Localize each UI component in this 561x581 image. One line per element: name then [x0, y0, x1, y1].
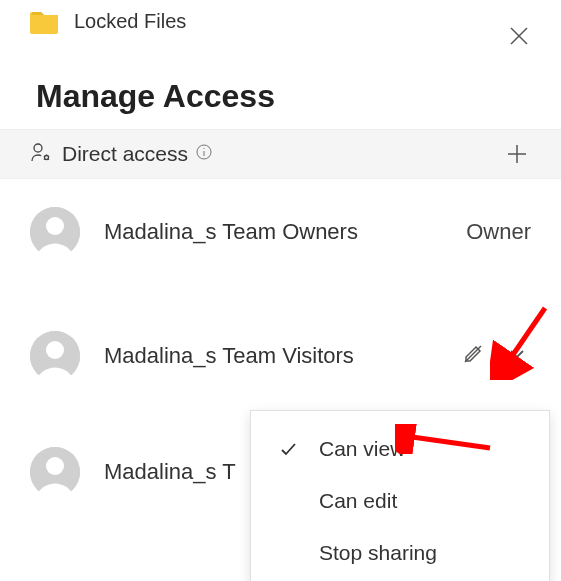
folder-name: Locked Files	[74, 10, 186, 33]
svg-line-9	[465, 346, 481, 362]
annotation-arrow	[490, 300, 555, 380]
access-entry-visitors: Madalina_s Team Visitors	[0, 285, 561, 427]
role-label: Owner	[466, 219, 531, 245]
annotation-arrow	[395, 424, 495, 454]
access-entry-owners: Madalina_s Team Owners Owner	[0, 179, 561, 285]
svg-point-6	[46, 217, 64, 235]
svg-point-1	[45, 156, 49, 160]
page-title: Manage Access	[0, 42, 561, 129]
svg-point-0	[34, 144, 42, 152]
svg-point-11	[46, 457, 64, 475]
add-access-button[interactable]	[503, 140, 531, 168]
person-gear-icon	[30, 141, 52, 167]
pencil-slash-icon	[461, 342, 485, 370]
svg-line-13	[405, 436, 490, 448]
avatar	[30, 207, 80, 257]
avatar	[30, 331, 80, 381]
dropdown-item-stop-sharing[interactable]: Stop sharing	[251, 527, 549, 579]
direct-access-label: Direct access	[62, 142, 188, 166]
svg-line-12	[508, 308, 545, 362]
close-button[interactable]	[507, 24, 535, 52]
folder-icon	[30, 8, 60, 34]
svg-point-4	[203, 148, 204, 149]
principal-name: Madalina_s Team Owners	[104, 219, 466, 245]
dropdown-item-label: Stop sharing	[319, 541, 437, 565]
svg-point-8	[46, 341, 64, 359]
principal-name: Madalina_s T	[104, 459, 264, 485]
dropdown-item-can-edit[interactable]: Can edit	[251, 475, 549, 527]
info-icon[interactable]	[196, 144, 212, 164]
dropdown-item-label: Can edit	[319, 489, 397, 513]
dropdown-item-label: Can view	[319, 437, 405, 461]
principal-name: Madalina_s Team Visitors	[104, 343, 461, 369]
direct-access-section: Direct access	[0, 129, 561, 179]
avatar	[30, 447, 80, 497]
titlebar: Locked Files	[0, 0, 561, 42]
check-icon	[275, 439, 301, 459]
